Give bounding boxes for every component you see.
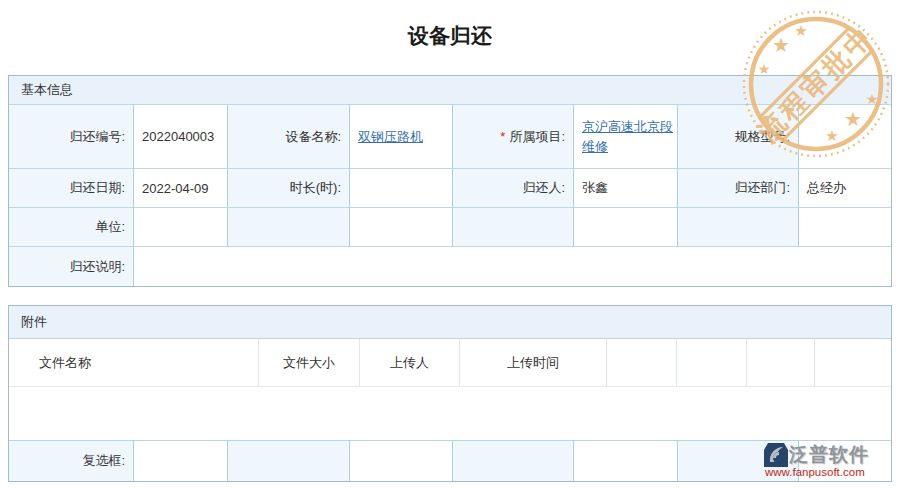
empty-label-cell [452,208,573,246]
empty-label-cell [452,441,573,481]
empty-label-cell [227,208,349,246]
project-link[interactable]: 京沪高速北京段维修 [582,117,677,156]
duration-label: 时长(时): [227,169,349,207]
empty-value-cell [349,208,452,246]
attachments-section-title: 附件 [21,313,47,331]
returner-value: 张鑫 [573,169,677,207]
return-note-value [133,247,891,286]
returner-label: 归还人: [452,169,573,207]
col-empty [814,339,891,386]
basic-info-row-3: 单位: [9,207,891,246]
return-dept-label: 归还部门: [677,169,798,207]
basic-info-section-header: 基本信息 [9,76,891,105]
empty-value-cell [798,208,891,246]
return-note-label: 归还说明: [9,247,133,286]
checkbox-cell[interactable] [573,441,677,481]
col-file-size: 文件大小 [258,339,359,386]
col-uploader: 上传人 [359,339,459,386]
checkbox-cell[interactable] [133,441,227,481]
attachments-empty-row [9,386,891,440]
attachments-section-header: 附件 [9,306,891,339]
checkbox-cell[interactable] [798,441,891,481]
project-value: 京沪高速北京段维修 [573,105,677,168]
project-label: * 所属项目: [452,105,573,168]
device-name-link[interactable]: 双钢压路机 [358,127,423,147]
basic-info-row-2: 归还日期: 2022-04-09 时长(时): 归还人: 张鑫 归还部门: 总经… [9,168,891,207]
checkbox-row: 复选框: [9,440,891,481]
col-file-name: 文件名称 [9,339,258,386]
empty-value-cell [573,208,677,246]
attachments-panel: 附件 文件名称 文件大小 上传人 上传时间 复选框: [8,305,892,482]
checkbox-cell[interactable] [349,441,452,481]
required-mark: * [500,129,505,144]
unit-label: 单位: [9,208,133,246]
return-dept-value: 总经办 [798,169,891,207]
basic-info-row-4: 归还说明: [9,246,891,286]
checkbox-label: 复选框: [9,441,133,481]
spec-model-label: 规格型号: [677,105,798,168]
col-empty [746,339,814,386]
return-no-label: 归还编号: [9,105,133,168]
basic-info-section-title: 基本信息 [21,81,73,99]
page-title: 设备归还 [0,22,900,50]
col-empty [606,339,676,386]
device-name-value: 双钢压路机 [349,105,452,168]
unit-value [133,208,227,246]
return-date-value: 2022-04-09 [133,169,227,207]
empty-label-cell [677,208,798,246]
return-date-label: 归还日期: [9,169,133,207]
basic-info-panel: 基本信息 归还编号: 2022040003 设备名称: 双钢压路机 * 所属项目… [8,75,892,287]
basic-info-row-1: 归还编号: 2022040003 设备名称: 双钢压路机 * 所属项目: 京沪高… [9,105,891,168]
empty-label-cell [677,441,798,481]
device-name-label: 设备名称: [227,105,349,168]
col-upload-time: 上传时间 [459,339,606,386]
project-label-text: 所属项目: [509,128,565,146]
empty-label-cell [227,441,349,481]
col-empty [676,339,746,386]
duration-value [349,169,452,207]
spec-model-value [798,105,891,168]
attachments-header-row: 文件名称 文件大小 上传人 上传时间 [9,339,891,386]
return-no-value: 2022040003 [133,105,227,168]
